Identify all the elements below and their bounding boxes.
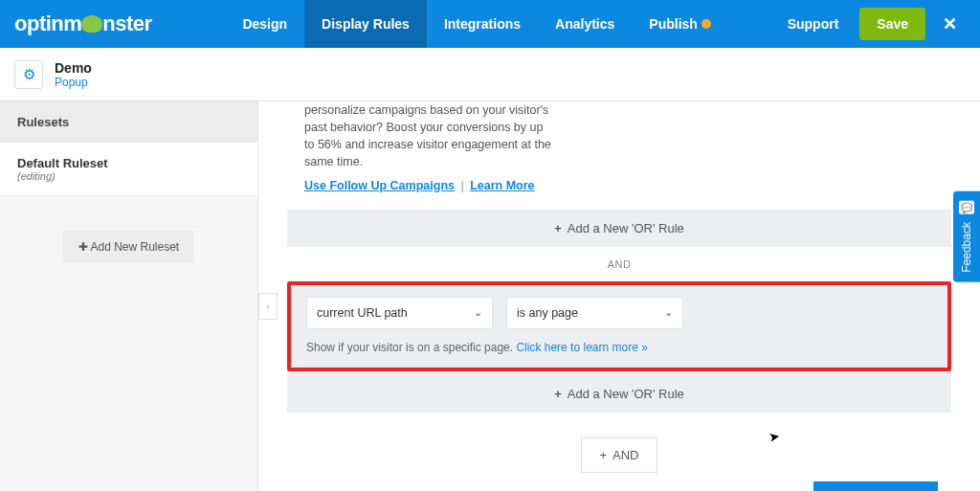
logo-text-left: optinm [14,11,81,35]
plus-icon: + [599,448,607,462]
nav-support[interactable]: Support [778,0,849,48]
promo-links: Use Follow Up Campaigns | Learn More [304,179,934,192]
carousel-prev-button[interactable]: ‹ [258,293,278,320]
rule-learn-more-link[interactable]: Click here to learn more » [516,341,647,354]
campaign-header: ⚙ Demo Popup [0,48,980,101]
nav-publish[interactable]: Publish [632,0,728,48]
campaign-title: Demo [55,60,92,76]
monster-icon [81,15,102,33]
add-or-rule-top[interactable]: +Add a New 'OR' Rule [287,210,951,247]
chat-icon: 💬 [959,201,974,214]
rule-block-highlighted: current URL path ⌄ is any page ⌄ Show if… [287,281,951,371]
logo: optinmnster [0,11,176,36]
and-divider-label: AND [258,247,980,281]
ruleset-status: (editing) [17,170,240,182]
logo-text-right: nster [102,11,151,35]
ruleset-name: Default Ruleset [17,156,240,170]
gear-icon[interactable]: ⚙ [14,60,43,89]
content-area: ‹ personalize campaigns based on your vi… [258,101,980,491]
nav-tabs: Design Display Rules Integrations Analyt… [176,0,778,48]
top-nav: optinmnster Design Display Rules Integra… [0,0,980,48]
campaign-type: Popup [55,76,92,89]
nav-integrations[interactable]: Integrations [427,0,538,48]
nav-analytics[interactable]: Analytics [538,0,632,48]
sidebar-ruleset-item[interactable]: Default Ruleset (editing) [0,143,257,196]
promo-card: personalize campaigns based on your visi… [287,101,951,210]
nav-display-rules[interactable]: Display Rules [304,0,427,48]
add-ruleset-button[interactable]: ✚ Add New Ruleset [63,231,194,263]
operator-select[interactable]: is any page ⌄ [506,297,683,329]
chevron-down-icon: ⌄ [474,306,482,319]
rule-help-text: Show if your visitor is on a specific pa… [306,341,932,354]
plus-icon: ✚ [78,240,91,254]
sidebar: Rulesets Default Ruleset (editing) ✚ Add… [0,101,258,491]
feedback-tab[interactable]: Feedback 💬 [953,191,980,282]
close-icon[interactable]: ✕ [937,13,963,34]
publish-alert-icon [702,19,711,29]
chevron-down-icon: ⌄ [664,306,673,319]
peek-button [813,481,938,491]
plus-icon: + [554,387,562,401]
learn-more-link[interactable]: Learn More [470,179,534,192]
plus-icon: + [554,221,562,235]
use-followup-link[interactable]: Use Follow Up Campaigns [304,179,455,192]
sidebar-heading: Rulesets [0,101,257,143]
add-and-button[interactable]: +AND [581,437,657,473]
promo-text: personalize campaigns based on your visi… [304,101,553,171]
nav-right: Support Save ✕ [778,0,980,48]
nav-design[interactable]: Design [225,0,304,48]
main-area: Rulesets Default Ruleset (editing) ✚ Add… [0,101,980,491]
save-button[interactable]: Save [859,8,925,40]
condition-select[interactable]: current URL path ⌄ [306,297,493,329]
add-or-rule-bottom[interactable]: +Add a New 'OR' Rule [287,371,951,413]
